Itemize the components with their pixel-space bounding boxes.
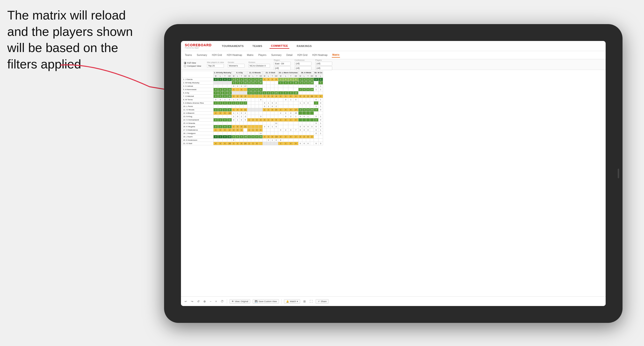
table-row: 18. J Hodgson 11 xyxy=(182,132,323,135)
logo-scoreboard: SCOREBOARD xyxy=(185,43,212,47)
sub-dif6: Dif xyxy=(310,74,314,78)
sub-w2: W xyxy=(232,74,236,78)
reset-icon[interactable]: ⏱ xyxy=(220,299,224,304)
compact-view-radio[interactable]: Compact View xyxy=(184,65,201,67)
zoom-out-icon[interactable]: − xyxy=(209,299,212,304)
nav-committee[interactable]: COMMITTEE xyxy=(270,43,290,49)
division-select[interactable]: NCAA Division II xyxy=(248,64,270,68)
nav-rankings[interactable]: RANKINGS xyxy=(295,44,313,48)
subnav-teams[interactable]: Teams xyxy=(184,53,192,57)
cell xyxy=(278,88,283,91)
cell xyxy=(302,105,306,108)
cell xyxy=(266,142,270,145)
cell xyxy=(288,85,294,88)
zoom-in-icon[interactable]: + xyxy=(214,299,218,304)
cell xyxy=(263,142,266,145)
cell: 0 xyxy=(270,105,274,108)
undo-icon[interactable]: ↩ xyxy=(184,299,188,304)
cell xyxy=(310,91,314,95)
region-sub-select[interactable]: (All) xyxy=(274,66,291,70)
players-sub-select[interactable]: (All) xyxy=(315,66,332,70)
cell xyxy=(310,115,314,118)
cell: 0 xyxy=(278,128,283,132)
grid-icon[interactable]: ⊞ xyxy=(302,299,306,304)
refresh-icon[interactable]: ↺ xyxy=(196,299,200,304)
table-row: 16. K Mcgaha 2 1 0 3 1 0 0 11 0 xyxy=(182,125,323,128)
zoom-fit-icon[interactable]: ⊕ xyxy=(203,299,206,304)
cell: 2 xyxy=(314,95,318,98)
cell: 0 xyxy=(240,135,244,139)
table-row: 1. J Garcia 3 1 0 27 3 0 1 -11 4 1 0 10 … xyxy=(182,78,323,81)
col-g-woods: 11. G Woods xyxy=(247,71,263,74)
cell: 18 xyxy=(227,95,232,98)
player-name: 15. H Stranda xyxy=(182,122,214,125)
cell: 0 xyxy=(223,101,227,105)
cell xyxy=(283,139,288,142)
cell xyxy=(288,88,294,91)
save-custom-button[interactable]: 💾 Save Custom View xyxy=(253,299,279,304)
subnav-h2h-heatmap[interactable]: H2H Heatmap xyxy=(226,53,242,57)
view-original-button[interactable]: 👁 View: Original xyxy=(230,299,250,304)
cell: 0 xyxy=(306,128,310,132)
cell xyxy=(302,139,306,142)
subnav-h2h-grid2[interactable]: H2H Grid xyxy=(297,53,308,57)
cell: 1 xyxy=(298,78,302,81)
cell xyxy=(288,132,294,135)
cell xyxy=(240,139,244,142)
watch-button[interactable]: 🔔 Watch ▾ xyxy=(284,299,300,304)
subnav-summary[interactable]: Summary xyxy=(196,53,208,57)
cell: 0 xyxy=(306,135,310,139)
nav-tournaments[interactable]: TOURNAMENTS xyxy=(220,44,245,48)
cell xyxy=(274,115,278,118)
nav-teams[interactable]: TEAMS xyxy=(251,44,264,48)
max-players-select[interactable]: Top 25 xyxy=(207,64,224,68)
cell: 1 xyxy=(283,142,288,145)
cell: 1 xyxy=(240,88,244,91)
sub-dif2: Dif xyxy=(244,74,247,78)
conference-sub-select[interactable]: (All) xyxy=(294,66,312,70)
cell: 1 xyxy=(232,115,236,118)
players-select[interactable]: (All) xyxy=(315,62,332,66)
subnav-matrix2[interactable]: Matrix xyxy=(332,52,340,58)
cell xyxy=(283,88,288,91)
sub-t5: T xyxy=(288,74,294,78)
cell xyxy=(223,132,227,135)
cell: 0 xyxy=(223,128,227,132)
cell xyxy=(255,115,259,118)
region-select[interactable]: East - DII xyxy=(274,62,291,66)
share-button[interactable]: ↗ Share xyxy=(316,299,329,304)
cell xyxy=(306,105,310,108)
player-name: 6. A Dy xyxy=(182,91,214,95)
sub-dif1: Dif xyxy=(227,74,232,78)
subnav-summary2[interactable]: Summary xyxy=(271,53,282,57)
cell: 1 xyxy=(318,115,323,118)
gender-select[interactable]: Women's xyxy=(228,64,245,68)
player-name: 9. A Maria Jimenez Rios xyxy=(182,101,214,105)
cell xyxy=(218,85,223,88)
cell: -18 xyxy=(227,112,232,115)
table-row: 19. J Karrh 3 1 0 19 4 0 0 -20 1 0 0 -51… xyxy=(182,135,323,139)
cell xyxy=(310,128,314,132)
cell: 4 xyxy=(266,91,270,95)
subnav-players[interactable]: Players xyxy=(258,53,267,57)
cell: 0 xyxy=(255,81,259,85)
full-view-radio[interactable]: Full View xyxy=(184,62,201,64)
matrix-table: 2. M Kelly Mulcahy 6. A Dy 11. G Woods 2… xyxy=(182,71,323,145)
subnav-h2h-grid[interactable]: H2H Grid xyxy=(211,53,222,57)
toolbar-separator xyxy=(227,299,227,304)
cell: 0 xyxy=(255,88,259,91)
cell xyxy=(278,132,283,135)
subnav-matrix[interactable]: Matrix xyxy=(246,53,254,57)
conference-select[interactable]: (All) xyxy=(294,62,312,66)
cell: 2 xyxy=(251,118,255,122)
cell xyxy=(255,98,259,101)
cell xyxy=(255,105,259,108)
cell: 27 xyxy=(227,78,232,81)
fullscreen-icon[interactable]: ⛶ xyxy=(309,299,313,304)
cell xyxy=(270,98,274,101)
cell: 17 xyxy=(244,85,247,88)
subnav-h2h-heatmap2[interactable]: H2H Heatmap xyxy=(312,53,328,57)
cell xyxy=(259,139,263,142)
redo-icon[interactable]: ↪ xyxy=(190,299,194,304)
subnav-detail[interactable]: Detail xyxy=(286,53,293,57)
